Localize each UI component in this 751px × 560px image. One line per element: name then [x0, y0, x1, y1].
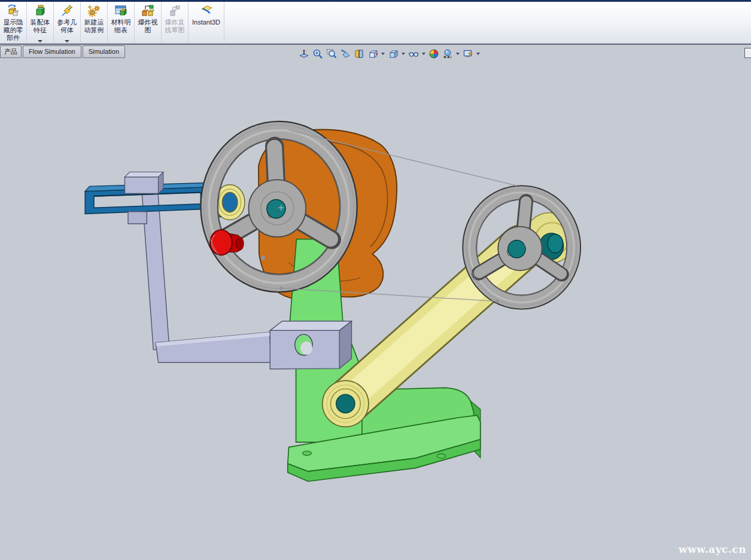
button-label: 装配体特征: [28, 19, 52, 34]
explode-line-sketch-icon: [167, 3, 183, 19]
exploded-view-icon: [140, 3, 156, 19]
display-style-icon[interactable]: [387, 48, 399, 60]
assembly-features-button[interactable]: 装配体特征: [27, 2, 54, 44]
collapsed-panel-nub[interactable]: [744, 48, 751, 58]
button-label: 材料明细表: [109, 19, 133, 34]
button-label: 爆炸直线草图: [163, 19, 187, 34]
graphics-viewport[interactable]: www.ayc.cn: [0, 45, 751, 560]
bill-of-materials-button[interactable]: 材料明细表: [108, 2, 135, 44]
command-manager-tabs: 产品 Flow Simulation Simulation: [0, 45, 126, 57]
watermark: www.ayc.cn: [679, 543, 746, 555]
button-label: 新建运动算例: [82, 19, 106, 34]
button-label: 爆炸视图: [136, 19, 160, 34]
heads-up-view-toolbar: [297, 47, 481, 60]
instant3d-icon: [199, 3, 214, 19]
normal-to-icon[interactable]: [297, 48, 310, 60]
assembly-model: [0, 45, 751, 560]
previous-view-icon[interactable]: [339, 48, 351, 60]
bill-of-materials-icon: [113, 3, 129, 19]
exploded-view-button[interactable]: 爆炸视图: [135, 2, 162, 44]
tab-simulation[interactable]: Simulation: [83, 45, 125, 58]
button-label: 显示隐藏的零部件: [1, 19, 25, 42]
solidworks-window: 显示隐藏的零部件 装配体特征: [0, 0, 751, 560]
belt-tangent-point: [495, 300, 499, 303]
button-label: Instant3D: [190, 19, 223, 26]
assembly-features-icon: [32, 3, 48, 19]
origin-point[interactable]: [261, 255, 265, 260]
tab-products[interactable]: 产品: [0, 45, 22, 58]
zoom-to-fit-icon[interactable]: [311, 48, 324, 60]
show-hidden-components-icon: [5, 3, 21, 19]
apply-scene-icon[interactable]: [441, 48, 454, 60]
show-hidden-components-button[interactable]: 显示隐藏的零部件: [0, 2, 27, 44]
section-view-icon[interactable]: [352, 48, 365, 60]
instant3d-button[interactable]: Instant3D: [188, 2, 224, 44]
hide-show-items-icon[interactable]: [407, 48, 419, 60]
new-motion-study-icon: [86, 3, 102, 19]
edit-appearance-icon[interactable]: [427, 48, 440, 60]
chevron-down-icon[interactable]: [38, 40, 42, 42]
chevron-down-icon[interactable]: [400, 48, 406, 60]
button-label: 参考几何体: [55, 19, 79, 34]
reference-geometry-button[interactable]: 参考几何体: [54, 2, 81, 44]
view-settings-icon[interactable]: [461, 48, 474, 60]
belt-tangent-point: [279, 287, 283, 290]
chevron-down-icon[interactable]: [421, 48, 426, 60]
reference-geometry-icon: [59, 3, 75, 19]
ribbon-toolbar: 显示隐藏的零部件 装配体特征: [0, 2, 751, 45]
tab-flow-simulation[interactable]: Flow Simulation: [23, 45, 81, 58]
chevron-down-icon[interactable]: [455, 48, 460, 60]
chevron-down-icon[interactable]: [65, 40, 69, 42]
explode-line-sketch-button: 爆炸直线草图: [162, 2, 188, 44]
view-orientation-icon[interactable]: [366, 48, 379, 60]
new-motion-study-button[interactable]: 新建运动算例: [81, 2, 108, 44]
chevron-down-icon[interactable]: [475, 48, 481, 60]
zoom-to-area-icon[interactable]: [325, 48, 338, 60]
part-crank-plate[interactable]: [270, 321, 351, 369]
chevron-down-icon[interactable]: [380, 48, 385, 60]
